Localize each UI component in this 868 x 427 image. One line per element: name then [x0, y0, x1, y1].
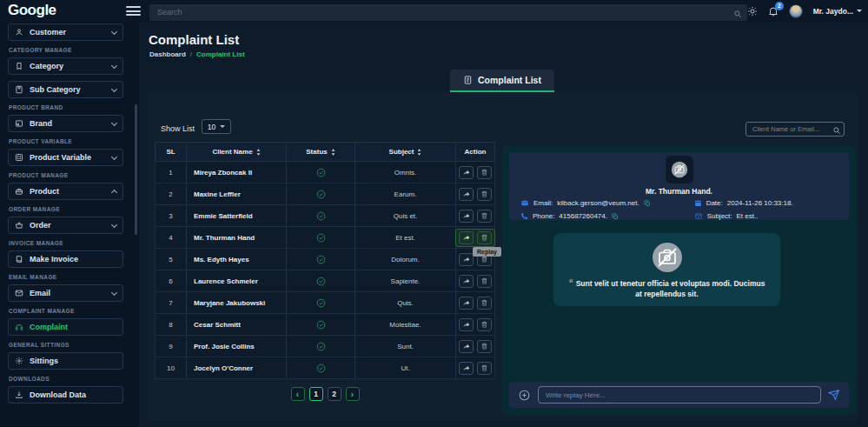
- delete-button[interactable]: [477, 318, 492, 331]
- trash-icon: [480, 190, 488, 198]
- check-circle-icon: [316, 233, 326, 243]
- reply-button[interactable]: [459, 318, 474, 331]
- row-client-name: Maxine Leffler: [186, 183, 286, 204]
- table-row[interactable]: 5 Ms. Edyth Hayes Dolorum.: [155, 249, 495, 270]
- sidebar-item-sub-category[interactable]: Sub Category: [8, 81, 123, 98]
- row-sl: 9: [156, 336, 186, 357]
- basket-icon: [15, 221, 23, 230]
- theme-sun-icon[interactable]: [747, 6, 758, 17]
- column-header-status[interactable]: Status: [286, 143, 354, 161]
- search-icon[interactable]: [733, 6, 742, 22]
- user-avatar[interactable]: [789, 4, 803, 18]
- sidebar-item-download-data[interactable]: Download Data: [8, 386, 123, 404]
- topbar-right: 2 Mr. Jaydo...: [747, 0, 862, 22]
- reply-button[interactable]: [459, 210, 474, 223]
- main-content: Complaint List Dashboard / Complaint Lis…: [139, 22, 868, 427]
- reply-button[interactable]: [459, 362, 474, 375]
- client-info-card: Mr. Thurman Hand. Email: kilback.gerson@…: [509, 152, 849, 220]
- complaint-detail-panel: Mr. Thurman Hand. Email: kilback.gerson@…: [502, 146, 856, 415]
- table-row[interactable]: 9 Prof. Josie Collins Sunt.: [155, 336, 495, 357]
- reply-button[interactable]: [459, 188, 474, 201]
- pagination-page-1[interactable]: 1: [309, 387, 323, 401]
- sort-icon: [256, 149, 261, 156]
- delete-button[interactable]: [477, 166, 492, 179]
- trash-icon: [480, 211, 488, 220]
- sidebar-item-category[interactable]: Category: [8, 57, 123, 75]
- row-status: [286, 270, 354, 291]
- sidebar-item-product[interactable]: Product: [8, 183, 123, 200]
- table-row-selected[interactable]: 4 Mr. Thurman Hand Et est.: [155, 227, 495, 249]
- chevron-up-icon: [111, 190, 117, 196]
- check-circle-icon: [316, 298, 326, 308]
- table-search-input[interactable]: [745, 122, 845, 137]
- chevron-down-icon: [111, 85, 117, 91]
- sidebar-item-email[interactable]: Email: [8, 284, 123, 302]
- reply-button[interactable]: [459, 166, 474, 179]
- table-row[interactable]: 6 Laurence Schmeler Sapiente.: [155, 270, 495, 292]
- hamburger-menu-icon[interactable]: [126, 6, 141, 18]
- delete-button[interactable]: [477, 210, 492, 223]
- reply-input[interactable]: [538, 386, 821, 404]
- reply-button[interactable]: [459, 275, 474, 288]
- copy-icon[interactable]: [612, 213, 619, 220]
- sidebar-section-general-sittings: GENERAL SITTINGS: [9, 342, 130, 349]
- sidebar-item-order[interactable]: Order: [8, 217, 123, 234]
- table-row[interactable]: 7 Maryjane Jakubowski Quis.: [155, 292, 495, 314]
- breadcrumb-dashboard[interactable]: Dashboard: [149, 50, 186, 58]
- table-row[interactable]: 1 Mireya Zboncak II Omnis.: [155, 162, 495, 183]
- user-menu[interactable]: Mr. Jaydo...: [813, 7, 862, 16]
- row-client-name: Jocelyn O'Conner: [186, 357, 286, 378]
- sidebar-scrollbar[interactable]: [135, 104, 137, 235]
- sidebar-item-make-invoice[interactable]: Make Invoice: [8, 250, 123, 268]
- sidebar-item-product-variable[interactable]: Product Variable: [8, 149, 123, 166]
- sidebar-item-sittings[interactable]: Sittings: [8, 352, 123, 370]
- row-sl: 8: [156, 314, 186, 335]
- trash-icon: [480, 342, 488, 350]
- page-size-select[interactable]: 10: [202, 119, 231, 134]
- email-icon: [520, 199, 529, 207]
- pagination-page-2[interactable]: 2: [328, 387, 341, 401]
- table-row[interactable]: 8 Cesar Schmitt Molestiae.: [155, 314, 495, 336]
- table-row[interactable]: 10 Jocelyn O'Conner Ut.: [155, 357, 495, 379]
- column-header-action: Action: [455, 143, 494, 161]
- sidebar-item-brand[interactable]: Brand: [8, 115, 123, 132]
- breadcrumb: Dashboard / Complaint List: [149, 50, 245, 58]
- attach-plus-icon[interactable]: [518, 389, 531, 402]
- reply-arrow-icon: [462, 343, 471, 350]
- sidebar-item-customer[interactable]: Customer: [8, 23, 123, 41]
- column-header-subject[interactable]: Subject: [354, 143, 455, 161]
- check-circle-icon: [316, 320, 326, 330]
- row-client-name: Mr. Thurman Hand: [186, 227, 286, 248]
- copy-icon[interactable]: [644, 200, 651, 207]
- reply-button[interactable]: [459, 253, 474, 266]
- calendar-icon: [694, 199, 702, 207]
- reply-button[interactable]: [459, 231, 474, 244]
- tab-complaint-list[interactable]: Complaint List: [450, 70, 554, 92]
- delete-button[interactable]: [477, 362, 492, 375]
- row-status: [286, 162, 354, 183]
- trash-icon: [480, 168, 488, 177]
- delete-button[interactable]: [477, 340, 492, 353]
- envelope-icon: [15, 289, 23, 297]
- camera-off-icon: [670, 160, 689, 179]
- column-header-client-name[interactable]: Client Name: [186, 143, 286, 161]
- table-row[interactable]: 3 Emmie Satterfield Quis et.: [155, 205, 495, 227]
- topbar-search-input[interactable]: [149, 4, 747, 21]
- chevron-down-icon: [111, 28, 117, 34]
- delete-button[interactable]: [477, 275, 492, 288]
- delete-button[interactable]: [477, 297, 492, 310]
- search-icon[interactable]: [832, 123, 841, 138]
- send-button[interactable]: [828, 389, 840, 401]
- delete-button[interactable]: [477, 231, 492, 244]
- reply-button[interactable]: [459, 340, 474, 353]
- table-row[interactable]: 2 Maxine Leffler Earum.: [155, 183, 495, 205]
- reply-button[interactable]: [459, 297, 474, 310]
- pagination-prev-button[interactable]: ‹: [291, 387, 305, 401]
- pagination-next-button[interactable]: ›: [346, 387, 360, 401]
- page-title: Complaint List: [149, 32, 239, 47]
- delete-button[interactable]: [477, 188, 492, 201]
- list-icon: [463, 75, 473, 85]
- sidebar-item-complaint[interactable]: Complaint: [8, 318, 123, 336]
- brand-icon: [15, 119, 23, 128]
- notifications-bell-icon[interactable]: 2: [768, 6, 779, 17]
